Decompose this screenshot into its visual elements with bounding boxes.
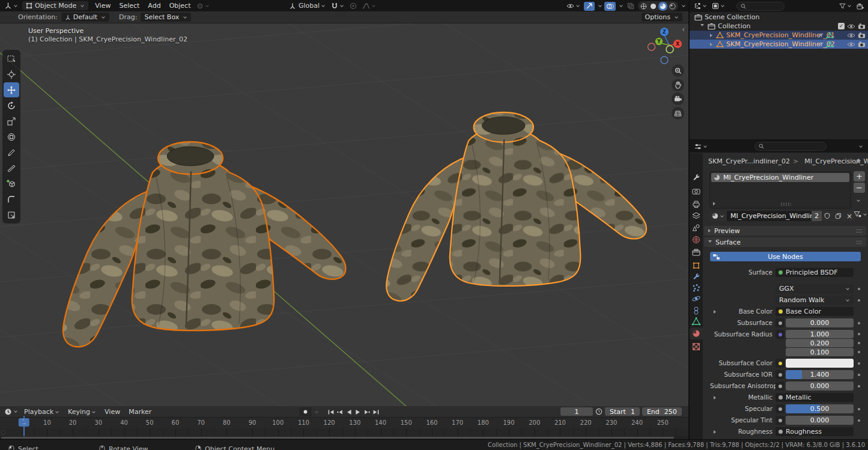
- visibility-dropdown[interactable]: [565, 2, 582, 11]
- input-socket[interactable]: [775, 370, 785, 379]
- menu-select[interactable]: Select: [115, 2, 144, 10]
- properties-search-input[interactable]: [754, 142, 827, 151]
- fake-user-shield-button[interactable]: [822, 211, 833, 221]
- decorator-dot[interactable]: [858, 385, 860, 388]
- next-keyframe-button[interactable]: [362, 408, 371, 416]
- outliner-row-scene-collection[interactable]: Scene Collection: [690, 13, 868, 22]
- orientation-select[interactable]: Default: [61, 13, 109, 22]
- pivot-point-dropdown[interactable]: [195, 1, 211, 10]
- tool-scale[interactable]: [4, 114, 19, 129]
- menu-marker[interactable]: Marker: [124, 408, 156, 416]
- keying-dropdown[interactable]: [315, 410, 318, 413]
- camera-view-button[interactable]: [672, 93, 684, 105]
- hide-eye-icon[interactable]: [847, 23, 855, 29]
- play-reverse-button[interactable]: [344, 408, 353, 416]
- orientation-dropdown[interactable]: Global: [287, 1, 327, 10]
- subsurface-color-swatch[interactable]: [786, 359, 854, 368]
- menu-add[interactable]: Add: [144, 2, 165, 10]
- editor-type-3dview-button[interactable]: [2, 1, 20, 10]
- tool-transform[interactable]: [4, 129, 19, 144]
- jacket-object-02[interactable]: [386, 112, 646, 301]
- outliner-search-input[interactable]: [736, 2, 785, 11]
- decorator-dot[interactable]: [858, 374, 860, 376]
- expand-arrow[interactable]: [714, 396, 716, 400]
- input-socket[interactable]: [775, 318, 785, 327]
- subsurface-slider[interactable]: 0.000: [786, 318, 854, 327]
- menu-object[interactable]: Object: [165, 2, 195, 10]
- properties-tab-render[interactable]: [690, 186, 703, 198]
- outliner-row-object[interactable]: SKM_CryePrecision_Windliner_02: [690, 40, 868, 49]
- menu-keying[interactable]: Keying: [64, 408, 100, 416]
- gizmo-dropdown[interactable]: [598, 4, 602, 7]
- outliner-display-mode-dropdown[interactable]: [710, 2, 727, 11]
- gizmo-neg-x[interactable]: [648, 43, 655, 50]
- snap-dropdown[interactable]: [329, 1, 346, 10]
- menu-view[interactable]: View: [91, 2, 115, 10]
- navigation-gizmo[interactable]: Z Y X: [648, 25, 688, 70]
- shading-dropdown[interactable]: [682, 4, 685, 7]
- subsurface-anisotropy-slider[interactable]: 0.000: [786, 382, 854, 391]
- shading-wireframe-button[interactable]: [639, 2, 648, 11]
- tool-extra-tool-2[interactable]: [4, 207, 19, 222]
- auto-keying-toggle[interactable]: [299, 407, 312, 416]
- input-socket[interactable]: [775, 382, 785, 391]
- specular-tint-slider[interactable]: 0.000: [786, 416, 854, 425]
- collection-disclosure[interactable]: [700, 24, 704, 28]
- menu-view-timeline[interactable]: View: [100, 408, 124, 416]
- properties-tab-object[interactable]: [690, 260, 703, 272]
- viewport-3d[interactable]: User Perspective (1) Collection | SKM_Cr…: [0, 23, 688, 406]
- tool-select-box[interactable]: [4, 51, 19, 66]
- tool-move[interactable]: [4, 82, 19, 97]
- copy-material-button[interactable]: [833, 211, 844, 221]
- mode-dropdown[interactable]: Object Mode: [22, 1, 88, 10]
- input-socket[interactable]: [775, 330, 785, 339]
- shading-material-button[interactable]: [658, 2, 667, 11]
- gizmo-neg-z[interactable]: [661, 56, 668, 64]
- overlays-dropdown[interactable]: [619, 4, 623, 7]
- tool-add-cube[interactable]: [4, 176, 19, 191]
- timeline-ruler[interactable]: 1 10203040506070809010011012013014015016…: [0, 417, 688, 428]
- editor-type-timeline-button[interactable]: [2, 407, 20, 416]
- properties-tab-physics[interactable]: [690, 293, 703, 305]
- base-color-field[interactable]: Base Color: [775, 307, 854, 316]
- input-socket[interactable]: [775, 416, 785, 425]
- channel-dot[interactable]: [1, 430, 5, 434]
- timeline-tracks[interactable]: [0, 428, 688, 436]
- clock-icon[interactable]: [595, 408, 602, 415]
- outliner-row-collection[interactable]: Collection ✓: [690, 22, 868, 31]
- proportional-falloff-dropdown[interactable]: [360, 1, 378, 10]
- panel-drag-grip[interactable]: [856, 241, 862, 244]
- gizmo-toggle[interactable]: [584, 2, 595, 11]
- sss-method-dropdown[interactable]: Random Walk: [775, 296, 854, 305]
- decorator-dot[interactable]: [858, 288, 860, 290]
- radius-x-field[interactable]: 1.000: [786, 330, 854, 338]
- decorator-dot[interactable]: [858, 351, 860, 353]
- camera-visibility-icon[interactable]: [858, 32, 866, 38]
- hide-eye-icon[interactable]: [847, 32, 855, 38]
- decorator-dot[interactable]: [858, 342, 860, 344]
- options-dropdown[interactable]: Options: [642, 13, 682, 22]
- shading-solid-button[interactable]: [649, 2, 658, 11]
- panel-surface[interactable]: Surface: [704, 237, 866, 247]
- prev-keyframe-button[interactable]: [335, 408, 344, 416]
- camera-visibility-icon[interactable]: [858, 23, 866, 29]
- properties-tab-tool[interactable]: [690, 171, 703, 183]
- pan-hand-button[interactable]: [672, 79, 684, 91]
- editor-type-properties-button[interactable]: [693, 142, 709, 151]
- gizmo-neg-y[interactable]: [666, 46, 673, 53]
- radius-z-field[interactable]: 0.100: [786, 348, 854, 356]
- subsurface-ior-slider[interactable]: 1.400: [786, 370, 854, 379]
- current-frame-field[interactable]: 1: [560, 407, 593, 416]
- play-button[interactable]: [353, 408, 362, 416]
- proportional-edit-toggle[interactable]: [348, 1, 359, 10]
- tool-cursor[interactable]: [4, 67, 19, 82]
- panel-drag-grip[interactable]: [856, 230, 862, 233]
- properties-tab-constraints[interactable]: [690, 305, 703, 317]
- specular-slider[interactable]: 0.500: [786, 404, 854, 413]
- panel-preview[interactable]: Preview: [704, 226, 866, 236]
- properties-tab-particles[interactable]: [690, 282, 703, 294]
- breadcrumb-object[interactable]: SKM_CryePr...indliner_02: [708, 157, 790, 165]
- slot-list-expander[interactable]: [713, 202, 715, 205]
- distribution-dropdown[interactable]: GGX: [775, 284, 854, 293]
- input-socket[interactable]: [775, 404, 785, 413]
